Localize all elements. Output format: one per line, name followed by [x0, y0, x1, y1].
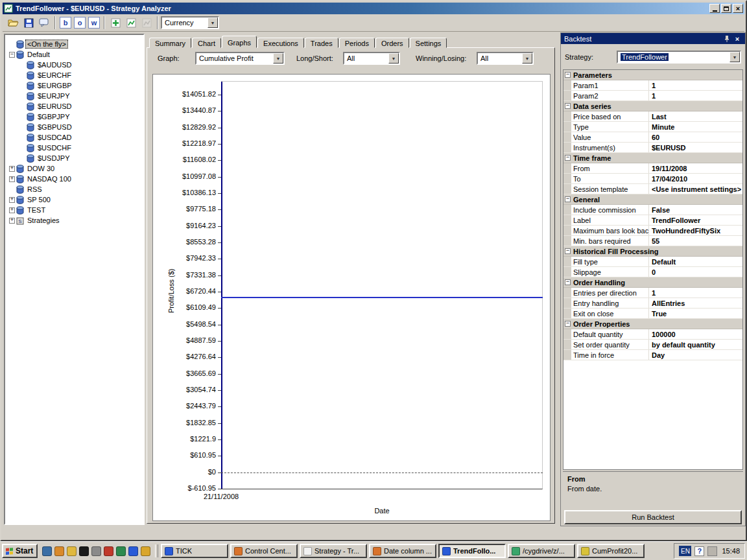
tab-settings[interactable]: Settings [410, 38, 447, 48]
folder-icon[interactable] [67, 546, 77, 556]
property-group-order-properties[interactable]: −Order Properties [563, 319, 742, 329]
property-value[interactable]: TwoHundredFiftySix [649, 226, 742, 235]
chevron-down-icon[interactable]: ▼ [208, 18, 218, 28]
letter-o-button[interactable]: o [74, 17, 86, 29]
plus-expander-icon[interactable]: + [8, 218, 16, 224]
close-button[interactable]: × [733, 4, 743, 13]
property-row-maximum-bars-look-back[interactable]: Maximum bars look backTwoHundredFiftySix [563, 226, 742, 236]
taskbar-button-tick[interactable]: TICK [161, 544, 228, 558]
property-value[interactable]: Default [649, 257, 742, 266]
property-group-order-handling[interactable]: −Order Handling [563, 277, 742, 288]
property-group-data-series[interactable]: −Data series [563, 101, 742, 111]
property-row-exit-on-close[interactable]: Exit on closeTrue [563, 309, 742, 319]
property-row-from[interactable]: From19/11/2008 [563, 163, 742, 174]
property-row-price-based-on[interactable]: Price based onLast [563, 111, 742, 122]
tab-executions[interactable]: Executions [257, 38, 304, 48]
tree-item-nasdaq-100[interactable]: +NASDAQ 100 [5, 174, 143, 184]
browser-globe-icon[interactable] [54, 546, 64, 556]
collapse-group-icon[interactable]: − [565, 103, 571, 109]
chart-view-button[interactable] [123, 16, 139, 30]
tree-item-eurchf[interactable]: $EURCHF [5, 70, 143, 80]
app-tray-icon[interactable] [707, 546, 717, 556]
help-icon[interactable]: ? [694, 546, 704, 556]
run-backtest-button[interactable]: Run Backtest [564, 510, 742, 524]
tree-item-default[interactable]: −Default [5, 49, 143, 60]
collapse-group-icon[interactable]: − [565, 279, 571, 285]
minimize-button[interactable] [709, 4, 720, 13]
property-value[interactable]: True [649, 309, 742, 318]
property-group-parameters[interactable]: −Parameters [563, 70, 742, 80]
property-row-min-bars-required[interactable]: Min. bars required55 [563, 236, 742, 246]
tree-item-eurgbp[interactable]: $EURGBP [5, 80, 143, 91]
longshort-combo[interactable]: All ▼ [343, 52, 400, 65]
pin-icon[interactable] [722, 34, 731, 43]
collapse-group-icon[interactable]: − [565, 248, 571, 254]
strategy-combo[interactable]: TrendFollower ▼ [617, 51, 741, 64]
property-group-time-frame[interactable]: −Time frame [563, 153, 742, 163]
new-window-button[interactable] [108, 16, 123, 30]
property-value[interactable]: 60 [649, 132, 742, 142]
tree-item-on-the-fly[interactable]: <On the fly> [5, 39, 143, 49]
tab-orders[interactable]: Orders [375, 38, 409, 48]
tree-item-rss[interactable]: RSS [5, 184, 143, 194]
property-row-time-in-force[interactable]: Time in forceDay [563, 350, 742, 360]
property-value[interactable]: 55 [649, 236, 742, 246]
tab-chart[interactable]: Chart [192, 38, 221, 48]
taskbar-button-cumprofit20[interactable]: CumProfit20... [577, 544, 645, 558]
property-group-historical-fill-processing[interactable]: −Historical Fill Processing [563, 246, 742, 257]
plus-expander-icon[interactable]: + [8, 176, 16, 182]
property-row-slippage[interactable]: Slippage0 [563, 267, 742, 277]
property-value[interactable]: Day [649, 350, 742, 360]
tree-item-audusd[interactable]: $AUDUSD [5, 60, 143, 70]
media-icon[interactable] [104, 546, 113, 556]
property-value[interactable]: AllEntries [649, 298, 742, 308]
property-value[interactable]: Minute [649, 122, 742, 132]
property-row-include-commission[interactable]: Include commissionFalse [563, 205, 742, 215]
taskbar-button-trendfollo[interactable]: TrendFollo... [438, 544, 506, 558]
collapse-group-icon[interactable]: − [565, 196, 571, 202]
collapse-group-icon[interactable]: − [565, 72, 571, 78]
property-row-entry-handling[interactable]: Entry handlingAllEntries [563, 298, 742, 309]
taskbar-button-date-column[interactable]: Date column ... [369, 544, 436, 558]
property-value[interactable]: $EURUSD [649, 143, 742, 152]
chevron-down-icon[interactable]: ▼ [273, 53, 283, 64]
letter-w-button[interactable]: w [88, 17, 100, 29]
ie-icon[interactable] [128, 546, 138, 556]
collapse-group-icon[interactable]: − [565, 321, 571, 327]
property-row-value[interactable]: Value60 [563, 132, 742, 143]
property-row-param1[interactable]: Param11 [563, 80, 742, 91]
property-value[interactable]: 100000 [649, 329, 742, 339]
property-value[interactable]: False [649, 205, 742, 215]
property-value[interactable]: 0 [649, 267, 742, 277]
property-value[interactable]: 17/04/2010 [649, 174, 742, 183]
taskbar-button-control-cent[interactable]: Control Cent... [230, 544, 298, 558]
property-row-label[interactable]: LabelTrendFollower [563, 215, 742, 226]
show-desktop-icon[interactable] [42, 546, 52, 556]
tree-item-gbpjpy[interactable]: $GBPJPY [5, 111, 143, 122]
chevron-down-icon[interactable]: ▼ [388, 53, 399, 64]
letter-b-button[interactable]: b [60, 17, 71, 29]
property-value[interactable]: <Use instrument settings> [649, 184, 742, 194]
property-value[interactable]: Last [649, 111, 742, 121]
minus-expander-icon[interactable]: − [8, 52, 16, 58]
tree-item-usdchf[interactable]: $USDCHF [5, 143, 143, 153]
plus-expander-icon[interactable]: + [8, 207, 16, 213]
console-icon[interactable] [79, 546, 89, 556]
open-folder-button[interactable] [5, 16, 21, 30]
graph-type-combo[interactable]: Cumulative Profit ▼ [195, 52, 285, 65]
tree-item-strategies[interactable]: +SStrategies [5, 215, 143, 226]
feedback-bubble-button[interactable] [36, 16, 52, 30]
tree-item-test[interactable]: +TEST [5, 205, 143, 215]
save-button[interactable] [21, 16, 36, 30]
taskbar-button-strategy-tr[interactable]: Strategy - Tr... [300, 544, 367, 558]
tree-item-usdcad[interactable]: $USDCAD [5, 132, 143, 143]
tab-graphs[interactable]: Graphs [222, 36, 257, 48]
tree-item-eurjpy[interactable]: $EURJPY [5, 91, 143, 101]
plus-expander-icon[interactable]: + [8, 197, 16, 203]
language-indicator[interactable]: EN [679, 546, 691, 556]
tree-item-usdjpy[interactable]: $USDJPY [5, 153, 143, 163]
close-panel-icon[interactable]: × [733, 34, 742, 43]
property-row-default-quantity[interactable]: Default quantity100000 [563, 329, 742, 340]
chevron-down-icon[interactable]: ▼ [729, 52, 740, 62]
tab-periods[interactable]: Periods [339, 38, 375, 48]
